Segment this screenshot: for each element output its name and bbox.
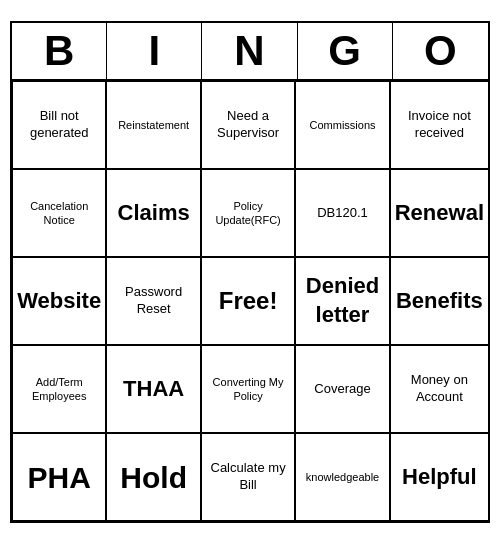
bingo-cell-8[interactable]: DB120.1 [295, 169, 389, 257]
bingo-cell-6[interactable]: Claims [106, 169, 200, 257]
bingo-cell-9[interactable]: Renewal [390, 169, 488, 257]
bingo-cell-20[interactable]: PHA [12, 433, 106, 521]
bingo-cell-5[interactable]: Cancelation Notice [12, 169, 106, 257]
bingo-cell-21[interactable]: Hold [106, 433, 200, 521]
bingo-cell-22[interactable]: Calculate my Bill [201, 433, 295, 521]
bingo-cell-16[interactable]: THAA [106, 345, 200, 433]
bingo-cell-23[interactable]: knowledgeable [295, 433, 389, 521]
bingo-cell-1[interactable]: Reinstatement [106, 81, 200, 169]
bingo-cell-19[interactable]: Money on Account [390, 345, 488, 433]
bingo-cell-12[interactable]: Free! [201, 257, 295, 345]
bingo-cell-13[interactable]: Denied letter [295, 257, 389, 345]
bingo-cell-10[interactable]: Website [12, 257, 106, 345]
bingo-cell-17[interactable]: Converting My Policy [201, 345, 295, 433]
bingo-cell-4[interactable]: Invoice not received [390, 81, 488, 169]
bingo-cell-2[interactable]: Need a Supervisor [201, 81, 295, 169]
bingo-cell-3[interactable]: Commissions [295, 81, 389, 169]
bingo-cell-7[interactable]: Policy Update(RFC) [201, 169, 295, 257]
bingo-letter-o: O [393, 23, 488, 79]
bingo-cell-15[interactable]: Add/Term Employees [12, 345, 106, 433]
bingo-letter-g: G [298, 23, 393, 79]
bingo-letter-n: N [202, 23, 297, 79]
bingo-cell-11[interactable]: Password Reset [106, 257, 200, 345]
bingo-header: BINGO [12, 23, 488, 81]
bingo-card: BINGO Bill not generatedReinstatementNee… [10, 21, 490, 523]
bingo-cell-24[interactable]: Helpful [390, 433, 488, 521]
bingo-cell-14[interactable]: Benefits [390, 257, 488, 345]
bingo-grid: Bill not generatedReinstatementNeed a Su… [12, 81, 488, 521]
bingo-cell-0[interactable]: Bill not generated [12, 81, 106, 169]
bingo-letter-b: B [12, 23, 107, 79]
bingo-cell-18[interactable]: Coverage [295, 345, 389, 433]
bingo-letter-i: I [107, 23, 202, 79]
